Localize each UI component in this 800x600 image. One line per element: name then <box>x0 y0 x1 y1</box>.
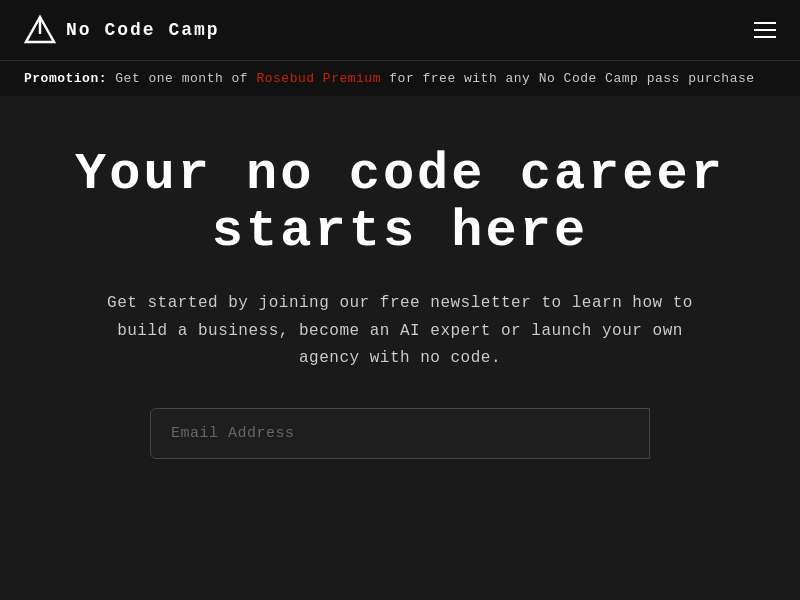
promo-link[interactable]: Rosebud Premium <box>256 71 381 86</box>
hero-section: Your no code career starts here Get star… <box>0 96 800 489</box>
email-input[interactable] <box>150 408 650 459</box>
promo-banner: Promotion: Get one month of Rosebud Prem… <box>0 60 800 96</box>
hero-title-line2: starts here <box>212 202 588 261</box>
promo-label: Promotion: <box>24 71 107 86</box>
logo[interactable]: No Code Camp <box>24 14 220 46</box>
hero-title-line1: Your no code career <box>75 145 725 204</box>
promo-text-after: for free with any No Code Camp pass purc… <box>381 71 755 86</box>
hamburger-menu[interactable] <box>754 22 776 38</box>
logo-icon <box>24 14 56 46</box>
hamburger-line-2 <box>754 29 776 31</box>
promo-text-before: Get one month of <box>107 71 256 86</box>
hamburger-line-3 <box>754 36 776 38</box>
hero-subtitle: Get started by joining our free newslett… <box>107 290 693 372</box>
hero-title: Your no code career starts here <box>75 146 725 260</box>
navbar: No Code Camp <box>0 0 800 60</box>
hamburger-line-1 <box>754 22 776 24</box>
email-form <box>150 408 650 459</box>
logo-text: No Code Camp <box>66 20 220 40</box>
